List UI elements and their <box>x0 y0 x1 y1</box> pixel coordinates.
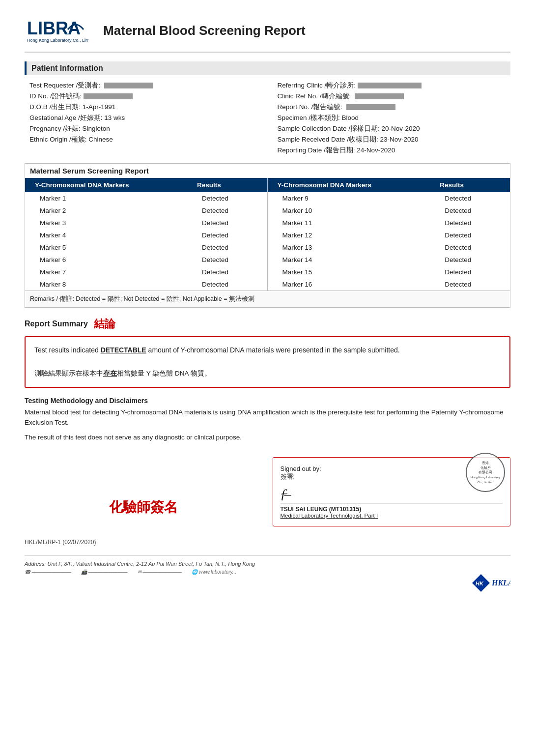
marker-result-left: Detected <box>187 266 267 278</box>
marker-name-left: Marker 2 <box>25 204 187 217</box>
marker-result-right: Detected <box>430 241 510 254</box>
marker-name-right: Marker 14 <box>268 254 430 266</box>
report-summary-chinese-label: 結論 <box>94 317 115 331</box>
methodology-text2: The result of this test does not serve a… <box>25 432 510 443</box>
marker-result-left: Detected <box>187 254 267 266</box>
info-row-requester: Test Requester /受測者: <box>25 80 263 91</box>
table-row: Marker 11Detected <box>268 217 510 229</box>
info-row-id: ID No. /證件號碼: <box>25 91 263 102</box>
signed-out-zh-label: 簽署: <box>281 473 295 480</box>
table-row: Marker 6Detected <box>25 254 267 266</box>
signed-out-label: Signed out by: <box>281 465 321 472</box>
info-row-report-no: Report No. /報告編號: <box>273 102 511 113</box>
marker-name-right: Marker 10 <box>268 204 430 217</box>
table-row: Marker 10Detected <box>268 204 510 217</box>
summary-box: Test results indicated DETECTABLE amount… <box>25 336 510 388</box>
contact-4: 🌐 www.laboratory... <box>192 569 236 593</box>
redacted-report-no <box>346 104 395 110</box>
redacted-id <box>84 93 133 99</box>
stamp-text: 香港化驗所有限公司 Hong Kong LaboratoryCo., Limit… <box>471 461 500 485</box>
methodology-text1: Maternal blood test for detecting Y-chro… <box>25 407 510 428</box>
info-row-collection-date: Sample Collection Date /採樣日期: 20-Nov-202… <box>273 123 511 134</box>
info-row-pregnancy: Pregnancy /妊娠: Singleton <box>25 123 263 134</box>
signatory-chinese-label: 化驗師簽名 <box>25 488 263 526</box>
table-row: Marker 16Detected <box>268 278 510 291</box>
patient-information-section: Patient Information Test Requester /受測者:… <box>25 61 510 156</box>
table-row: Marker 3Detected <box>25 217 267 229</box>
info-row-specimen: Specimen /樣本類別: Blood <box>273 113 511 123</box>
patient-info-right: Referring Clinic /轉介診所: Clinic Ref No. /… <box>273 80 511 156</box>
marker-name-left: Marker 4 <box>25 229 187 241</box>
table-row: Marker 7Detected <box>25 266 267 278</box>
marker-name-left: Marker 8 <box>25 278 187 291</box>
signature-area: 化驗師簽名 香港化驗所有限公司 Hong Kong LaboratoryCo.,… <box>25 457 510 526</box>
col-header-marker-left: Y-Chromosomal DNA Markers <box>25 178 187 192</box>
info-row-reporting-date: Reporting Date /報告日期: 24-Nov-2020 <box>273 145 511 156</box>
redacted-clinic-ref <box>355 93 404 99</box>
remarks-text: Remarks / 備註: Detected = 陽性; Not Detecte… <box>25 291 510 307</box>
table-row: Marker 12Detected <box>268 229 510 241</box>
marker-result-right: Detected <box>430 278 510 291</box>
table-row: Marker 5Detected <box>25 241 267 254</box>
summary-text-zh: 測驗結果顯示在樣本中存在相當數量 Y 染色體 DNA 物質。 <box>34 368 501 379</box>
marker-result-left: Detected <box>187 192 267 204</box>
table-row: Marker 15Detected <box>268 266 510 278</box>
marker-result-right: Detected <box>430 204 510 217</box>
signature-handwriting: 𝓯– <box>281 484 503 502</box>
maternal-section-title: Maternal Serum Screening Report <box>25 164 510 178</box>
svg-text:HK: HK <box>476 581 484 586</box>
marker-name-right: Marker 15 <box>268 266 430 278</box>
marker-result-left: Detected <box>187 229 267 241</box>
patient-info-left: Test Requester /受測者: ID No. /證件號碼: D.O.B… <box>25 80 263 156</box>
marker-name-right: Marker 13 <box>268 241 430 254</box>
methodology-section: Testing Methodology and Disclaimers Mate… <box>25 397 510 443</box>
marker-result-left: Detected <box>187 241 267 254</box>
table-row: Marker 9Detected <box>268 192 510 204</box>
hklab-logo: HK HKLAB <box>471 573 510 593</box>
patient-info-title: Patient Information <box>25 61 510 75</box>
signatory-right-box: 香港化驗所有限公司 Hong Kong LaboratoryCo., Limit… <box>273 457 511 526</box>
info-row-gestational: Gestational Age /妊娠期: 13 wks <box>25 113 263 123</box>
dna-table-wrapper: Y-Chromosomal DNA Markers Results Marker… <box>25 178 510 291</box>
maternal-serum-section: Maternal Serum Screening Report Y-Chromo… <box>25 163 510 308</box>
svg-text:HKLAB: HKLAB <box>491 579 510 587</box>
footer-contacts: ☎ ———————— 📠 ———————— ✉ ———————— 🌐 www.l… <box>25 569 510 593</box>
report-summary-section: Report Summary 結論 Test results indicated… <box>25 317 510 388</box>
info-row-clinic: Referring Clinic /轉介診所: <box>273 80 511 91</box>
page-header: LIBR A Hong Kong Laboratory Co., Limited… <box>25 15 510 53</box>
info-row-ethnic: Ethnic Origin /種族: Chinese <box>25 134 263 145</box>
svg-text:Hong Kong Laboratory Co., Limi: Hong Kong Laboratory Co., Limited <box>27 38 88 43</box>
marker-name-left: Marker 7 <box>25 266 187 278</box>
marker-name-right: Marker 9 <box>268 192 430 204</box>
table-row: Marker 13Detected <box>268 241 510 254</box>
table-row: Marker 8Detected <box>25 278 267 291</box>
contact-2: 📠 ———————— <box>81 569 128 593</box>
info-row-dob: D.O.B /出生日期: 1-Apr-1991 <box>25 102 263 113</box>
logo-area: LIBR A Hong Kong Laboratory Co., Limited <box>25 15 88 47</box>
marker-name-left: Marker 1 <box>25 192 187 204</box>
address-text: Address: Unit F, 8/F., Valiant Industria… <box>25 561 510 567</box>
marker-name-right: Marker 11 <box>268 217 430 229</box>
signatory-title: Medical Laboratory Technologist, Part I <box>281 513 503 519</box>
patient-info-grid: Test Requester /受測者: ID No. /證件號碼: D.O.B… <box>25 80 510 156</box>
summary-text-en: Test results indicated DETECTABLE amount… <box>34 345 501 356</box>
marker-result-right: Detected <box>430 266 510 278</box>
report-title: Maternal Blood Screening Report <box>103 23 306 38</box>
svg-text:LIBR: LIBR <box>27 18 68 38</box>
libra-logo: LIBR A Hong Kong Laboratory Co., Limited <box>25 15 88 47</box>
marker-name-left: Marker 5 <box>25 241 187 254</box>
marker-name-right: Marker 16 <box>268 278 430 291</box>
exists-keyword: 存在 <box>103 370 117 377</box>
table-row: Marker 14Detected <box>268 254 510 266</box>
marker-result-right: Detected <box>430 229 510 241</box>
contact-1: ☎ ———————— <box>25 569 71 593</box>
table-row: Marker 4Detected <box>25 229 267 241</box>
table-row: Marker 2Detected <box>25 204 267 217</box>
marker-name-right: Marker 12 <box>268 229 430 241</box>
col-header-results-left: Results <box>187 178 267 192</box>
marker-result-left: Detected <box>187 217 267 229</box>
redacted-requester <box>104 83 153 88</box>
dna-table-right: Y-Chromosomal DNA Markers Results Marker… <box>268 178 510 291</box>
col-header-marker-right: Y-Chromosomal DNA Markers <box>268 178 430 192</box>
marker-name-left: Marker 6 <box>25 254 187 266</box>
